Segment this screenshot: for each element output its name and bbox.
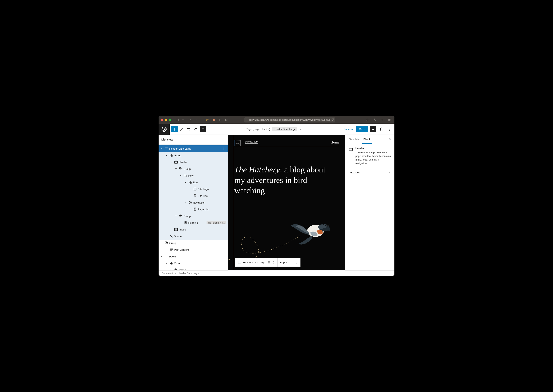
caret-icon[interactable] [169, 161, 174, 164]
tree-node-header-dark-large[interactable]: Header Dark Large [159, 145, 228, 152]
caret-icon[interactable] [159, 255, 164, 258]
save-button[interactable]: Save [356, 126, 368, 132]
move-down-icon[interactable] [272, 262, 275, 264]
listview-close-button[interactable] [221, 138, 225, 141]
replace-button[interactable]: Replace [278, 258, 292, 266]
header-icon [174, 160, 178, 164]
tree-node-post-content[interactable]: Post Content [159, 246, 228, 253]
document-title[interactable]: Page (Large Header) Header Dark Large [206, 127, 342, 131]
svg-rect-45 [389, 120, 390, 121]
ext-icon-1[interactable] [205, 118, 210, 122]
header-block-icon [349, 147, 353, 165]
tree-node-heading[interactable]: Headingthe-hatchery-a... [159, 219, 228, 226]
tree-label: Group [183, 215, 226, 217]
tree-node-site-logo[interactable]: Site Logo [159, 186, 228, 192]
caret-icon[interactable] [164, 262, 169, 265]
tree-node-group[interactable]: Group [159, 240, 228, 246]
tree-label: Site Title [197, 194, 226, 197]
downloads-icon[interactable] [365, 118, 370, 122]
block-toolbar-label: Header Dark Large [243, 261, 265, 264]
styles-button[interactable] [378, 126, 385, 132]
edit-tool-button[interactable] [178, 126, 185, 132]
caret-icon[interactable] [159, 147, 164, 150]
inspector-close-button[interactable] [387, 138, 393, 141]
sidebar-toggle-icon[interactable] [175, 118, 180, 122]
tree-label: Post Content [174, 248, 226, 251]
caret-icon[interactable] [183, 181, 188, 184]
block-toolbar[interactable]: Header Dark Large Replace [235, 258, 301, 267]
tree-node-row[interactable]: Row [159, 179, 228, 186]
svg-point-38 [213, 120, 213, 120]
options-button[interactable] [386, 126, 393, 132]
forward-icon[interactable] [194, 118, 198, 122]
tree-node-group[interactable]: Group [159, 266, 228, 270]
tree-node-header[interactable]: Header [159, 159, 228, 166]
caret-icon[interactable] [174, 167, 178, 170]
tree-node-group[interactable]: Group [159, 166, 228, 172]
tree-node-row[interactable]: Row [159, 172, 228, 179]
tree-label: Heading [188, 221, 205, 224]
nav-item-home[interactable]: Home [331, 140, 339, 145]
tree-node-image[interactable]: Image [159, 226, 228, 233]
site-logo-placeholder[interactable] [235, 140, 241, 146]
editor-canvas[interactable]: COSW 240 Home The Hatchery: a blog about… [228, 135, 345, 270]
settings-button[interactable] [370, 126, 376, 132]
inserter-button[interactable] [171, 126, 178, 132]
tree-node-navigation[interactable]: Navigation [159, 199, 228, 206]
tree-node-site-title[interactable]: Site Title [159, 192, 228, 199]
tab-template[interactable]: Template [347, 135, 362, 144]
redo-button[interactable] [193, 126, 199, 132]
block-icon [238, 260, 242, 264]
address-bar[interactable]: cosw-240.local/wp-admin/site-editor.php?… [244, 117, 335, 122]
caret-icon[interactable] [164, 154, 169, 157]
ext-icon-3[interactable] [218, 118, 222, 122]
tab-overview-icon[interactable] [387, 118, 392, 122]
wordpress-logo-icon[interactable] [159, 124, 170, 135]
ext-icon-4[interactable] [224, 118, 229, 122]
caret-icon[interactable] [183, 201, 188, 204]
tree-node-footer[interactable]: Footer [159, 253, 228, 260]
caret-icon[interactable] [174, 214, 178, 217]
new-tab-icon[interactable] [380, 118, 385, 122]
preview-button[interactable]: Preview [342, 126, 354, 132]
listview-toggle-button[interactable] [200, 126, 206, 132]
hero-heading[interactable]: The Hatchery: a blog about my adventures… [234, 164, 337, 196]
breadcrumb-item[interactable]: Document [162, 272, 173, 275]
tree-node-options[interactable] [221, 147, 226, 150]
chevron-down-icon[interactable] [299, 128, 302, 131]
tree-node-group[interactable]: Group [159, 213, 228, 219]
breadcrumb-item[interactable]: Header Dark Large [178, 272, 199, 275]
tree-label: Image [178, 228, 226, 231]
tree-node-page-list[interactable]: Page List [159, 206, 228, 213]
ext-icon-2[interactable] [211, 118, 216, 122]
share-icon[interactable] [372, 118, 377, 122]
tree-node-group[interactable]: Group [159, 260, 228, 266]
tree-label: Header [178, 161, 226, 164]
traffic-lights[interactable] [161, 119, 171, 121]
advanced-panel-toggle[interactable]: Advanced [345, 168, 394, 177]
reload-icon[interactable] [331, 118, 334, 122]
tab-block[interactable]: Block [362, 135, 372, 144]
tree-node-spacer[interactable]: Spacer [159, 233, 228, 240]
group-icon [174, 268, 178, 270]
caret-icon[interactable] [178, 174, 183, 177]
zoom-window-icon[interactable] [169, 119, 171, 121]
footer-icon [164, 254, 169, 259]
svg-rect-33 [176, 119, 178, 121]
drag-handle-icon[interactable] [267, 260, 271, 264]
site-title-text[interactable]: COSW 240 [245, 141, 258, 144]
minimize-window-icon[interactable] [165, 119, 167, 121]
tab-dropdown-icon[interactable] [181, 118, 185, 122]
svg-point-49 [323, 224, 327, 228]
svg-rect-37 [213, 119, 214, 121]
close-window-icon[interactable] [161, 119, 163, 121]
tree-node-group[interactable]: Group [159, 152, 228, 159]
caret-icon[interactable] [159, 241, 164, 245]
move-up-icon[interactable] [272, 260, 275, 262]
block-options-button[interactable] [292, 258, 300, 266]
header-icon [164, 147, 169, 151]
undo-button[interactable] [186, 126, 192, 132]
back-icon[interactable] [189, 118, 193, 122]
caret-icon[interactable] [169, 268, 174, 270]
listview-tree[interactable]: Header Dark LargeGroupHeaderGroupRowRowS… [159, 145, 228, 270]
